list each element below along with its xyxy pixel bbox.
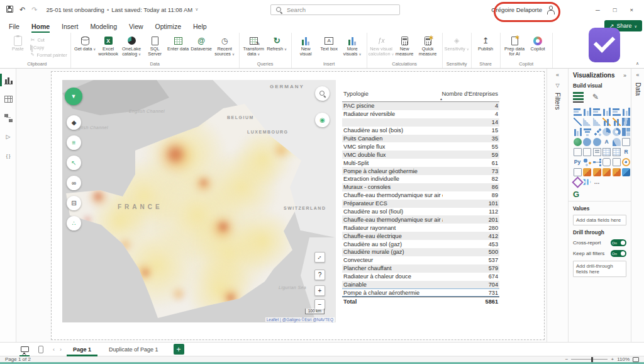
viz-icon-clustered-bar[interactable] [592,107,601,116]
typology-table-visual[interactable]: Typologie Nombre d'Entreprises ▲ PAC pis… [342,90,499,309]
viz-icon-area[interactable] [583,117,592,126]
ribbon-button-new-visual[interactable]: New visual [295,34,317,60]
viz-icon-multi-row-card[interactable] [573,147,582,156]
table-row[interactable]: Pompe à chaleur aérothermie731 [342,288,499,297]
ribbon-button-more-visuals[interactable]: More visuals∨ [341,34,364,60]
table-row[interactable]: Muraux - consoles86 [342,183,499,191]
table-row[interactable]: Radiateur réversible4 [342,110,499,118]
next-page-icon[interactable]: › [57,346,64,353]
desktop-view-icon[interactable] [18,343,31,356]
table-row[interactable]: PAC piscine4 [342,102,499,110]
viz-icon-donut[interactable] [612,127,621,136]
table-row[interactable]: Plancher chauffant579 [342,264,499,273]
minimize-button[interactable]: ─ [591,6,604,13]
viz-icon-key-influencers[interactable] [583,157,592,166]
report-canvas[interactable]: GERMANYBELGIUMLUXEMBOURGFRANCESWITZERLAN… [16,69,547,342]
new-page-button[interactable]: + [174,344,184,355]
map-legend-button[interactable]: ≡ [67,135,81,150]
table-row[interactable]: VMC simple flux55 [342,142,499,151]
viz-icon-100-stacked-bar[interactable] [612,107,621,116]
viz-icon-card[interactable] [622,137,631,146]
viz-icon-slicer[interactable] [592,147,601,156]
filters-pane-collapsed[interactable]: « ▽ Filters [547,69,568,342]
map-print-button[interactable]: ⊟ [67,196,81,210]
user-avatar-icon[interactable] [547,6,555,14]
build-visual-tab[interactable] [573,92,584,103]
viz-icon-100-stacked-column[interactable] [622,107,631,116]
zoom-slider-thumb[interactable] [591,357,593,362]
search-input[interactable]: Search [270,4,400,15]
format-visual-tab[interactable]: ✎ [592,93,599,103]
viz-icon-pie[interactable] [602,127,611,136]
table-row[interactable]: Chauffe-eau électrique412 [342,232,499,240]
view-rail-report-view[interactable] [0,72,16,88]
viz-icon-power-apps[interactable] [583,168,592,176]
viz-icon-line-stacked-column[interactable] [602,117,611,126]
user-name[interactable]: Grégoire Delaporte [491,6,542,13]
ribbon-button-transform-data[interactable]: Transform data∨ [243,34,265,60]
map-expand-button[interactable]: ↕ [314,252,325,263]
viz-icon-stacked-column[interactable] [583,107,592,116]
ribbon-button-cut[interactable]: ✂Cut [30,36,67,43]
save-icon[interactable] [6,6,13,14]
table-row[interactable]: Chaudière au sol (bois)15 [342,127,499,135]
table-row[interactable]: Préparateur ECS101 [342,200,499,208]
prev-page-icon[interactable]: ‹ [50,346,57,353]
menu-item-view[interactable]: View [129,23,143,33]
table-row[interactable]: Radiateur rayonnant280 [342,224,499,232]
ribbon-button-onelake-catalog[interactable]: OneLake catalog∨ [121,34,143,60]
map-search-button[interactable] [315,86,330,101]
values-field-well[interactable]: Add data fields here [573,215,626,225]
viz-icon-smart-narrative[interactable] [612,157,621,166]
close-button[interactable]: × [625,6,638,13]
collapse-visualizations-icon[interactable]: » [623,72,626,79]
map-select-button[interactable]: ↖ [67,156,81,170]
page-tab-page-1[interactable]: Page 1 [64,343,100,356]
keep-all-filters-toggle[interactable]: On [611,250,626,257]
redo-icon[interactable]: ↷ [31,6,37,14]
table-row[interactable]: 14 [342,118,499,127]
viz-icon-ribbon[interactable] [622,117,631,126]
map-filter-button[interactable]: ▼ [65,88,82,105]
viz-icon-python[interactable]: Py [573,157,582,166]
ribbon-button-sql-server[interactable]: SQL Server [144,34,166,60]
maximize-button[interactable]: □ [609,6,621,13]
menu-item-help[interactable]: Help [193,23,207,33]
map-help-button[interactable]: ? [314,270,325,280]
viz-icon-pipeline[interactable] [583,178,592,186]
menu-item-modeling[interactable]: Modeling [90,23,117,33]
ribbon-button-refresh[interactable]: ↻Refresh∨ [266,34,288,60]
map-explore-button[interactable]: ∞ [67,176,81,190]
zoom-in-button[interactable]: + [611,356,614,362]
viz-icon-app-2[interactable] [612,168,621,176]
viz-icon-treemap[interactable] [622,127,631,136]
ribbon-button-format-painter[interactable]: ✎Format painter [30,51,67,59]
viz-icon-map[interactable] [573,137,582,146]
viz-icon-app-3[interactable] [622,168,631,176]
viz-icon-gauge[interactable] [612,137,621,146]
custom-visual-g-icon[interactable]: G [573,190,626,199]
table-row[interactable]: Gainable704 [342,281,499,289]
ribbon-button-publish[interactable]: ↥Publish [475,34,497,60]
viz-icon-paginated-report[interactable] [573,168,582,176]
column-header-typologie[interactable]: Typologie [343,91,438,101]
table-row[interactable]: Chauffe-eau thermodynamique sur air extr… [342,191,499,200]
table-row[interactable]: Convecteur537 [342,256,499,264]
page-tab-duplicate-of-page-1[interactable]: Duplicate of Page 1 [100,343,167,356]
zoom-slider[interactable] [571,359,608,360]
map-layers-button[interactable]: ◆ [67,115,81,130]
viz-icon-power-automate[interactable] [592,168,601,176]
column-header-nombre[interactable]: Nombre d'Entreprises ▲ [438,91,498,101]
map-heatmap-visual[interactable]: GERMANYBELGIUMLUXEMBOURGFRANCESWITZERLAN… [62,80,336,322]
viz-icon-kpi[interactable] [583,147,592,156]
menu-item-file[interactable]: File [9,23,19,33]
viz-icon-line[interactable] [573,117,582,126]
table-row[interactable]: Chaudière au sol (gaz)453 [342,240,499,248]
viz-icon-qna[interactable] [602,157,611,166]
viz-icon-metrics[interactable] [573,178,582,186]
viz-icon-decomposition-tree[interactable] [592,157,601,166]
viz-icon-matrix[interactable] [612,147,621,156]
ribbon-button-copy[interactable]: Copy [30,43,67,51]
table-row[interactable]: VMC double flux59 [342,151,499,159]
table-row[interactable]: Chaudière murale (gaz)500 [342,248,499,256]
